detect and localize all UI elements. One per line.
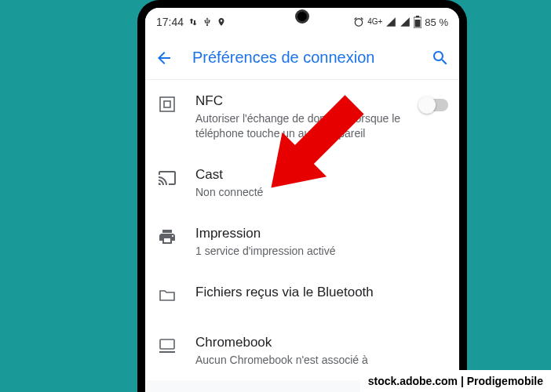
search-icon[interactable] xyxy=(431,49,450,67)
setting-subtitle: Aucun Chromebook n'est associé à xyxy=(195,353,448,368)
setting-title: NFC xyxy=(195,93,403,110)
screen: 17:44 4G+ xyxy=(145,8,459,392)
alarm-icon xyxy=(353,16,364,27)
app-bar: Préférences de connexion xyxy=(145,36,459,80)
setting-subtitle: 1 service d'impression activé xyxy=(195,244,448,259)
network-type: 4G+ xyxy=(367,18,382,26)
setting-title: Chromebook xyxy=(195,334,448,351)
settings-list: NFC Autoriser l'échange de données lorsq… xyxy=(145,80,459,380)
setting-cast[interactable]: Cast Non connecté xyxy=(145,154,459,212)
back-icon[interactable] xyxy=(155,49,173,67)
svg-rect-2 xyxy=(415,20,421,27)
nfc-toggle[interactable] xyxy=(420,99,448,111)
signal-icon-1 xyxy=(385,16,396,27)
setting-nfc[interactable]: NFC Autoriser l'échange de données lorsq… xyxy=(145,80,459,154)
battery-text: 85 % xyxy=(425,16,448,28)
folder-icon xyxy=(156,284,178,305)
svg-rect-1 xyxy=(416,16,419,17)
status-time: 17:44 xyxy=(156,16,184,28)
svg-rect-3 xyxy=(160,97,174,111)
phone-frame: 17:44 4G+ xyxy=(137,0,467,392)
setting-title: Fichiers reçus via le Bluetooth xyxy=(195,284,448,301)
setting-title: Impression xyxy=(195,225,448,242)
setting-subtitle: Autoriser l'échange de données lorsque l… xyxy=(195,111,403,141)
front-camera xyxy=(295,9,309,24)
location-icon xyxy=(217,17,226,27)
usb-icon xyxy=(203,17,212,27)
setting-subtitle: Non connecté xyxy=(195,185,448,200)
chromebook-icon xyxy=(156,334,178,355)
print-icon xyxy=(156,225,178,246)
setting-print[interactable]: Impression 1 service d'impression activé xyxy=(145,212,459,271)
signal-icon-2 xyxy=(400,16,411,27)
svg-rect-5 xyxy=(160,339,174,349)
nfc-icon xyxy=(156,93,178,114)
data-transfer-icon xyxy=(188,17,198,27)
page-title: Préférences de connexion xyxy=(192,49,412,67)
svg-rect-4 xyxy=(164,101,170,107)
setting-title: Cast xyxy=(195,166,448,183)
image-credit: stock.adobe.com | Prodigemobile xyxy=(360,370,551,392)
setting-bluetooth-files[interactable]: Fichiers reçus via le Bluetooth xyxy=(145,271,459,321)
cast-icon xyxy=(156,166,178,187)
battery-icon xyxy=(414,16,421,28)
